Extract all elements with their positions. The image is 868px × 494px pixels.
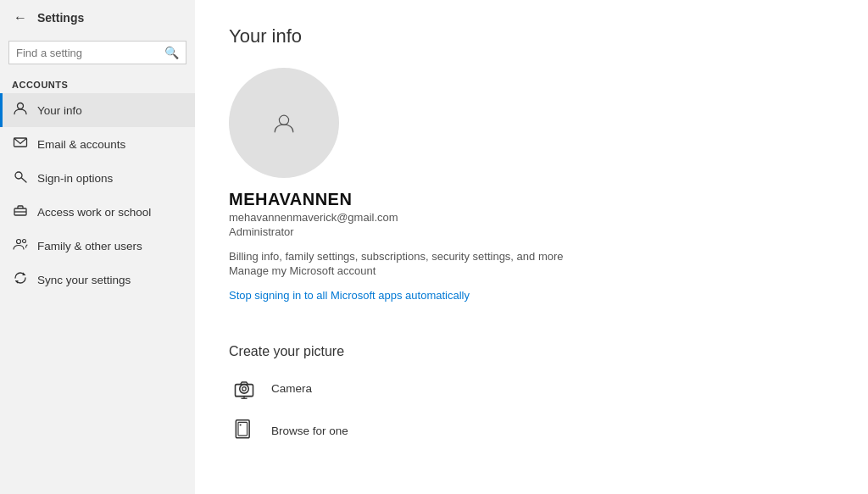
browse-icon-wrap [229,415,259,446]
back-icon: ← [14,10,27,25]
back-button[interactable]: ← [10,8,31,27]
sidebar-item-sign-in-label: Sign-in options [37,172,113,185]
sidebar-item-your-info-label: Your info [37,104,82,117]
user-name: MEHAVANNEN [229,190,352,209]
svg-point-17 [240,424,242,425]
browse-icon [232,419,256,442]
sidebar-item-access-work-label: Access work or school [37,206,151,219]
sidebar-item-family[interactable]: Family & other users [0,229,195,263]
person-icon [12,101,29,119]
sidebar-item-email-accounts[interactable]: Email & accounts [0,127,195,161]
svg-point-6 [17,240,21,244]
svg-point-10 [242,387,246,391]
camera-icon [232,376,256,400]
sidebar-item-family-label: Family & other users [37,240,142,253]
key-icon [12,169,29,187]
sync-icon [12,270,29,289]
camera-icon-wrap [229,373,259,403]
avatar-person-svg [272,111,296,135]
user-role: Administrator [229,225,294,238]
accounts-section-label: Accounts [0,73,195,93]
sidebar-item-sync-label: Sync your settings [37,274,131,286]
main-content: Your info MEHAVANNEN mehavannenmaverick@… [195,0,868,494]
user-email: mehavannenmaverick@gmail.com [229,211,398,224]
sidebar-item-access-work[interactable]: Access work or school [0,195,195,229]
browse-option-label: Browse for one [271,425,348,437]
briefcase-icon [12,203,29,221]
svg-point-0 [18,103,24,109]
sidebar-header: ← Settings [0,0,195,36]
sidebar-item-email-label: Email & accounts [37,138,125,151]
sidebar-item-your-info[interactable]: Your info [0,93,195,127]
avatar [229,68,339,178]
svg-line-3 [22,178,27,182]
svg-point-9 [240,385,249,394]
sidebar-item-sign-in[interactable]: Sign-in options [0,161,195,195]
manage-account-link: Manage my Microsoft account [229,264,376,277]
avatar-area: MEHAVANNEN mehavannenmaverick@gmail.com … [229,68,834,327]
camera-option-label: Camera [271,382,312,395]
svg-rect-16 [238,422,248,436]
create-picture-title: Create your picture [229,344,834,359]
search-box[interactable]: 🔍 [8,41,186,64]
page-title: Your info [229,25,834,47]
sidebar: ← Settings 🔍 Accounts Your info [0,0,195,494]
svg-point-2 [15,172,22,179]
people-icon [12,236,29,255]
account-description: Billing info, family settings, subscript… [229,250,564,263]
svg-point-7 [23,240,26,243]
camera-option[interactable]: Camera [229,373,834,403]
sidebar-nav: Your info Email & accounts Sign-in optio… [0,93,195,297]
email-icon [12,135,29,153]
search-input[interactable] [16,47,159,59]
sidebar-item-sync[interactable]: Sync your settings [0,263,195,297]
search-icon: 🔍 [164,46,179,59]
sidebar-title: Settings [37,11,84,25]
stop-signing-link[interactable]: Stop signing in to all Microsoft apps au… [229,289,470,302]
browse-option[interactable]: Browse for one [229,415,834,446]
svg-point-8 [279,115,288,125]
